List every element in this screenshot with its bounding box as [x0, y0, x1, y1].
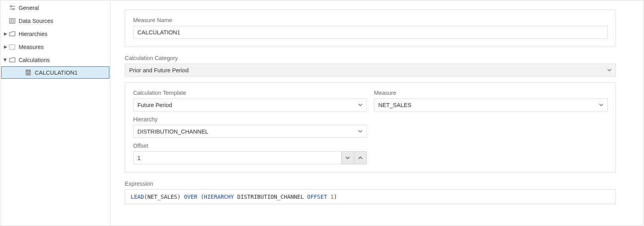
folder-icon — [8, 57, 16, 62]
svg-point-13 — [28, 74, 28, 74]
tree-item-data-sources[interactable]: ▶ Data Sources — [0, 14, 110, 27]
expression-viewer: LEAD(NET_SALES) OVER (HIERARCHY DISTRIBU… — [125, 189, 616, 204]
hierarchy-select[interactable]: DISTRIBUTION_CHANNEL — [133, 125, 367, 138]
svg-point-3 — [13, 8, 14, 10]
keyword-offset: OFFSET — [307, 194, 327, 200]
tree-item-calculation1[interactable]: CALCULATION1 — [1, 66, 109, 79]
tree-item-label: Data Sources — [19, 18, 53, 24]
expand-arrow-icon[interactable]: ▶ — [3, 44, 8, 49]
space — [180, 194, 184, 200]
expression-block: Expression LEAD(NET_SALES) OVER (HIERARC… — [125, 181, 616, 204]
measure-name-input[interactable] — [133, 26, 608, 39]
svg-point-10 — [28, 73, 28, 73]
folder-icon — [8, 31, 16, 36]
tree-item-label: Measures — [19, 44, 44, 50]
form-panel: Measure Name Calculation Category Prior … — [111, 0, 644, 226]
chevron-down-icon — [358, 104, 362, 106]
calc-category-label: Calculation Category — [125, 55, 616, 61]
literal-offset-value: 1 — [330, 194, 334, 200]
calc-category-value: Prior and Future Period — [129, 67, 189, 73]
keyword-over: OVER — [184, 194, 197, 200]
calc-template-select[interactable]: Future Period — [133, 98, 367, 111]
measure-select[interactable]: NET_SALES — [374, 98, 608, 111]
svg-point-9 — [27, 73, 27, 73]
argument: NET_SALES — [147, 194, 177, 200]
svg-point-11 — [29, 73, 29, 73]
space — [234, 194, 237, 200]
collapse-arrow-icon[interactable]: ▶ — [3, 57, 8, 63]
expression-label: Expression — [125, 181, 616, 187]
calc-category-select[interactable]: Prior and Future Period — [125, 64, 616, 77]
calc-params-section: Calculation Template Future Period Measu… — [125, 82, 616, 173]
chevron-down-icon — [345, 156, 350, 159]
svg-point-14 — [29, 74, 29, 74]
hierarchy-value: DISTRIBUTION_CHANNEL — [137, 128, 208, 135]
space — [197, 194, 201, 200]
chevron-up-icon — [358, 156, 362, 159]
chevron-down-icon — [599, 104, 603, 106]
keyword-hierarchy: HIERARCHY — [204, 194, 234, 200]
measure-name-section: Measure Name — [125, 9, 616, 47]
svg-rect-6 — [9, 45, 15, 49]
svg-point-1 — [10, 6, 12, 7]
tree-item-general[interactable]: ▶ General — [0, 1, 110, 14]
measure-label: Measure — [374, 90, 608, 96]
svg-rect-4 — [9, 19, 15, 23]
space — [304, 194, 307, 200]
measure-value: NET_SALES — [378, 102, 411, 108]
offset-increment-button[interactable] — [354, 151, 367, 164]
svg-point-12 — [27, 74, 27, 74]
offset-spinner — [133, 151, 367, 164]
navigator-tree: ▶ General ▶ Data Sources ▶ Hierarchies ▶ — [0, 0, 111, 226]
tree-item-hierarchies[interactable]: ▶ Hierarchies — [0, 27, 110, 40]
calc-template-label: Calculation Template — [133, 90, 367, 96]
tree-item-measures[interactable]: ▶ Measures — [0, 40, 110, 53]
expand-arrow-icon[interactable]: ▶ — [3, 31, 8, 36]
identifier-hierarchy: DISTRIBUTION_CHANNEL — [237, 194, 304, 200]
offset-label: Offset — [133, 143, 367, 149]
hierarchy-label: Hierarchy — [133, 116, 367, 122]
tree-child-label: CALCULATION1 — [35, 70, 78, 76]
data-source-icon — [8, 18, 16, 24]
calc-template-value: Future Period — [137, 102, 172, 108]
svg-rect-8 — [27, 71, 30, 72]
tree-item-calculations[interactable]: ▶ Calculations — [0, 53, 110, 66]
svg-rect-5 — [11, 20, 13, 22]
paren-close: ) — [334, 194, 337, 200]
calculator-icon — [24, 70, 32, 75]
sliders-icon — [8, 5, 16, 11]
tree-item-label: Calculations — [19, 57, 50, 63]
offset-decrement-button[interactable] — [341, 151, 354, 164]
chevron-down-icon — [358, 130, 362, 133]
calc-category-block: Calculation Category Prior and Future Pe… — [125, 55, 616, 77]
tree-item-label: Hierarchies — [19, 31, 47, 37]
tree-item-label: General — [19, 5, 39, 11]
measure-name-label: Measure Name — [133, 17, 608, 23]
space — [327, 194, 330, 200]
keyword-lead: LEAD — [131, 194, 144, 200]
chevron-down-icon — [607, 69, 612, 72]
measure-icon — [8, 44, 16, 50]
paren-open: ( — [144, 194, 147, 200]
offset-input[interactable] — [133, 151, 342, 164]
